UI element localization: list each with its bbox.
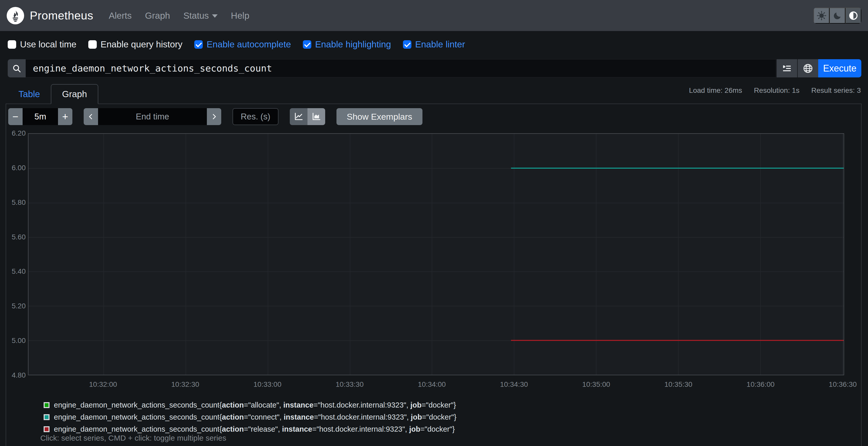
grid-line-vertical <box>103 134 104 375</box>
legend-item-allocate[interactable]: engine_daemon_network_actions_seconds_co… <box>43 401 456 409</box>
options-row: Use local time Enable query history Enab… <box>0 31 868 56</box>
time-forward-button[interactable] <box>207 108 221 125</box>
series-line-connect <box>511 168 844 169</box>
grid-line-vertical <box>432 134 432 375</box>
grid-line-vertical <box>678 134 679 375</box>
x-tick-label: 10:32:00 <box>89 380 117 388</box>
load-time: Load time: 26ms <box>689 87 742 95</box>
x-tick-label: 10:36:00 <box>747 380 775 388</box>
range-control: − + <box>8 108 72 125</box>
execute-button[interactable]: Execute <box>818 59 861 77</box>
tab-graph[interactable]: Graph <box>51 84 98 104</box>
line-chart-button[interactable] <box>290 108 307 125</box>
local-time-globe-button[interactable] <box>797 59 818 77</box>
nav-item-graph[interactable]: Graph <box>145 10 170 21</box>
legend-swatch-icon <box>43 402 50 408</box>
checkbox-enable-query-history[interactable]: Enable query history <box>88 39 183 49</box>
chevron-right-icon <box>211 113 217 120</box>
moon-icon <box>833 11 842 20</box>
resolution-input[interactable] <box>232 108 278 125</box>
prometheus-logo-icon[interactable] <box>7 7 24 24</box>
line-chart-icon <box>293 111 304 122</box>
grid-line-vertical <box>268 134 268 375</box>
dark-theme-button[interactable] <box>830 8 845 24</box>
stacked-chart-icon <box>311 111 321 122</box>
search-icon <box>12 64 21 73</box>
x-tick-label: 10:33:30 <box>336 380 364 388</box>
legend-swatch-icon <box>43 426 50 432</box>
nav-item-help[interactable]: Help <box>231 10 249 21</box>
search-addon <box>8 59 26 77</box>
x-tick-label: 10:35:00 <box>582 380 610 388</box>
x-tick-label: 10:33:00 <box>254 380 282 388</box>
chart-legend: engine_daemon_network_actions_seconds_co… <box>43 401 456 437</box>
grid-line-horizontal <box>29 203 844 203</box>
legend-series-label: engine_daemon_network_actions_seconds_co… <box>54 425 455 434</box>
x-tick-label: 10:36:30 <box>829 380 857 388</box>
grid-line-vertical <box>760 134 761 375</box>
y-tick-label: 5.40 <box>8 267 26 276</box>
grid-line-vertical <box>514 134 514 375</box>
nav-item-status[interactable]: Status <box>183 10 217 21</box>
checkbox-icon <box>8 40 16 49</box>
chart-plot-area[interactable] <box>28 133 844 375</box>
y-tick-label: 6.20 <box>8 129 26 137</box>
grid-line-horizontal <box>29 271 844 272</box>
x-tick-label: 10:34:30 <box>500 380 528 388</box>
checkbox-use-local-time[interactable]: Use local time <box>8 39 76 49</box>
checkbox-enable-highlighting[interactable]: Enable highlighting <box>303 39 391 49</box>
checkbox-icon <box>403 40 411 49</box>
theme-toggle-group <box>814 8 861 24</box>
y-tick-label: 5.00 <box>8 337 26 345</box>
x-tick-label: 10:35:30 <box>664 380 692 388</box>
grid-line-vertical <box>350 134 350 375</box>
grid-line-vertical <box>842 134 843 375</box>
show-exemplars-button[interactable]: Show Exemplars <box>337 108 423 125</box>
y-tick-label: 6.00 <box>8 164 26 172</box>
stacked-chart-button[interactable] <box>307 108 325 125</box>
y-tick-label: 4.80 <box>8 371 26 379</box>
result-series: Result series: 3 <box>811 87 861 95</box>
y-tick-label: 5.20 <box>8 302 26 310</box>
legend-series-label: engine_daemon_network_actions_seconds_co… <box>54 413 456 421</box>
legend-swatch-icon <box>43 414 50 420</box>
legend-hint: Click: select series, CMD + click: toggl… <box>40 434 226 442</box>
legend-series-label: engine_daemon_network_actions_seconds_co… <box>54 401 456 409</box>
range-decrease-button[interactable]: − <box>8 108 23 125</box>
result-tabs: Table Graph <box>8 84 98 104</box>
legend-item-release[interactable]: engine_daemon_network_actions_seconds_co… <box>43 425 456 434</box>
x-tick-label: 10:32:30 <box>171 380 199 388</box>
nav-links: Alerts Graph Status Help <box>109 10 249 21</box>
series-line-release <box>511 340 844 341</box>
light-theme-button[interactable] <box>814 8 830 24</box>
sun-icon <box>817 11 827 21</box>
range-increase-button[interactable]: + <box>58 108 72 125</box>
x-tick-label: 10:34:00 <box>418 380 446 388</box>
checkbox-icon <box>303 40 311 49</box>
chart-type-toggle <box>290 108 325 125</box>
metrics-explorer-icon <box>782 63 792 74</box>
globe-icon <box>803 63 813 74</box>
y-tick-label: 5.60 <box>8 233 26 241</box>
end-time-input[interactable] <box>98 108 207 125</box>
checkbox-icon <box>194 40 203 49</box>
checkbox-enable-linter[interactable]: Enable linter <box>403 39 465 49</box>
grid-line-horizontal <box>29 306 844 306</box>
time-back-button[interactable] <box>84 108 98 125</box>
checkbox-enable-autocomplete[interactable]: Enable autocomplete <box>194 39 291 49</box>
metrics-explorer-button[interactable] <box>776 59 797 77</box>
query-stats: Load time: 26ms Resolution: 1s Result se… <box>689 87 861 95</box>
auto-theme-button[interactable] <box>845 8 861 24</box>
range-input[interactable] <box>23 108 58 125</box>
chevron-left-icon <box>88 113 94 120</box>
checkbox-icon <box>88 40 97 49</box>
query-bar: Execute <box>8 59 861 77</box>
query-input[interactable] <box>26 59 776 77</box>
nav-item-alerts[interactable]: Alerts <box>109 10 132 21</box>
grid-line-vertical <box>186 134 186 375</box>
endtime-control <box>84 108 221 125</box>
app-title: Prometheus <box>30 9 93 22</box>
legend-item-connect[interactable]: engine_daemon_network_actions_seconds_co… <box>43 413 456 421</box>
tab-table[interactable]: Table <box>8 84 51 104</box>
grid-line-horizontal <box>29 237 844 238</box>
